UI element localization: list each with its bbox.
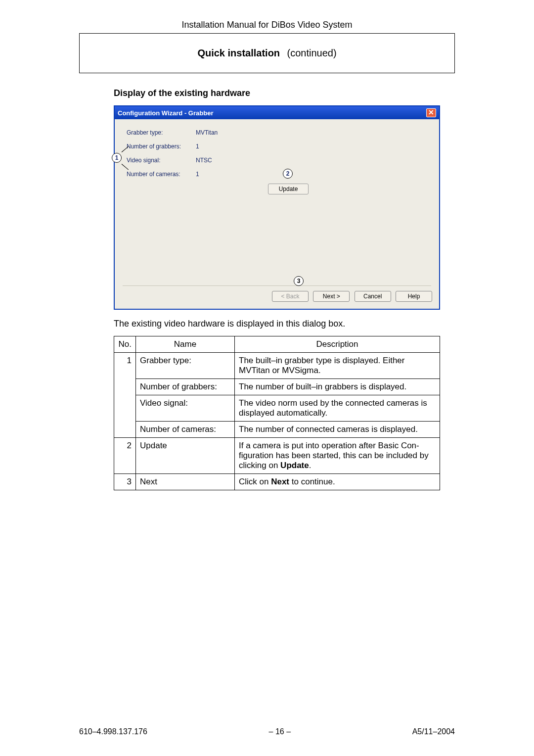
- dialog-footer: 3 < Back Next > Cancel Help: [115, 286, 439, 309]
- value-grabber-type: MVTitan: [196, 129, 245, 136]
- label-grabber-type: Grabber type:: [127, 129, 196, 136]
- desc-pre: If a camera is put into operation after …: [239, 441, 429, 470]
- cell-desc: The number of connected cameras is displ…: [235, 422, 440, 438]
- close-icon[interactable]: ✕: [426, 108, 436, 117]
- th-name: Name: [136, 336, 235, 353]
- cell-name: Grabber type:: [136, 353, 235, 379]
- callout-3: 3: [294, 276, 304, 286]
- dialog-titlebar: Configuration Wizard - Grabber ✕: [115, 106, 439, 119]
- table-row: Number of cameras: The number of connect…: [114, 422, 440, 438]
- cell-name: Update: [136, 438, 235, 474]
- caption-text: The existing video hardware is displayed…: [114, 319, 455, 329]
- config-wizard-dialog: Configuration Wizard - Grabber ✕ Grabber…: [114, 105, 440, 310]
- hw-row: Grabber type: MVTitan: [127, 129, 427, 136]
- cell-name: Number of cameras:: [136, 422, 235, 438]
- cell-desc: The built–in grabber type is displayed. …: [235, 353, 440, 379]
- desc-post: .: [309, 461, 312, 470]
- table-row: Number of grabbers: The number of built–…: [114, 379, 440, 395]
- cell-desc: If a camera is put into operation after …: [235, 438, 440, 474]
- cell-no: 1: [114, 353, 136, 379]
- cell-no: [114, 422, 136, 438]
- description-table: No. Name Description 1 Grabber type: The…: [114, 336, 440, 490]
- hw-row: Video signal: NTSC: [127, 157, 427, 164]
- footer-right: A5/11–2004: [412, 727, 455, 736]
- help-button[interactable]: Help: [396, 291, 432, 302]
- dialog-body: Grabber type: MVTitan Number of grabbers…: [115, 119, 439, 283]
- desc-post: to continue.: [289, 477, 335, 486]
- page-footer: 610–4.998.137.176 – 16 – A5/11–2004: [79, 727, 455, 736]
- dialog-title: Configuration Wizard - Grabber: [118, 109, 213, 117]
- footer-left: 610–4.998.137.176: [79, 727, 147, 736]
- label-num-grabbers: Number of grabbers:: [127, 143, 196, 150]
- table-header-row: No. Name Description: [114, 336, 440, 353]
- subheading: Display of the existing hardware: [114, 88, 455, 98]
- table-row: 3 Next Click on Next to continue.: [114, 474, 440, 490]
- value-num-cameras: 1: [196, 171, 245, 178]
- table-row: 1 Grabber type: The built–in grabber typ…: [114, 353, 440, 379]
- cell-no: 2: [114, 438, 136, 474]
- label-video-signal: Video signal:: [127, 157, 196, 164]
- cell-no: [114, 379, 136, 395]
- section-title: Quick installation: [197, 47, 280, 58]
- cancel-button[interactable]: Cancel: [355, 291, 391, 302]
- next-button[interactable]: Next >: [313, 291, 350, 302]
- desc-bold: Next: [271, 477, 289, 486]
- th-desc: Description: [235, 336, 440, 353]
- section-title-continued: (continued): [287, 47, 337, 58]
- cell-desc: The video norm used by the connected cam…: [235, 395, 440, 422]
- cell-no: 3: [114, 474, 136, 490]
- cell-no: [114, 395, 136, 422]
- section-title-box: Quick installation (continued): [79, 34, 455, 73]
- hw-row: Number of grabbers: 1: [127, 143, 427, 150]
- hw-row: Number of cameras: 1: [127, 171, 427, 178]
- cell-desc: Click on Next to continue.: [235, 474, 440, 490]
- th-no: No.: [114, 336, 136, 353]
- callout-1: 1: [112, 153, 122, 163]
- cell-name: Number of grabbers:: [136, 379, 235, 395]
- table-row: Video signal: The video norm used by the…: [114, 395, 440, 422]
- desc-bold: Update: [280, 461, 309, 470]
- cell-desc: The number of built–in grabbers is displ…: [235, 379, 440, 395]
- back-button: < Back: [272, 291, 309, 302]
- callout-line: [122, 164, 129, 170]
- update-button[interactable]: Update: [268, 184, 309, 194]
- footer-center: – 16 –: [269, 727, 291, 736]
- callout-2: 2: [283, 169, 293, 179]
- page-header: Installation Manual for DiBos Video Syst…: [79, 20, 455, 34]
- desc-pre: Click on: [239, 477, 271, 486]
- table-row: 2 Update If a camera is put into operati…: [114, 438, 440, 474]
- value-num-grabbers: 1: [196, 143, 245, 150]
- cell-name: Next: [136, 474, 235, 490]
- label-num-cameras: Number of cameras:: [127, 171, 196, 178]
- cell-name: Video signal:: [136, 395, 235, 422]
- value-video-signal: NTSC: [196, 157, 245, 164]
